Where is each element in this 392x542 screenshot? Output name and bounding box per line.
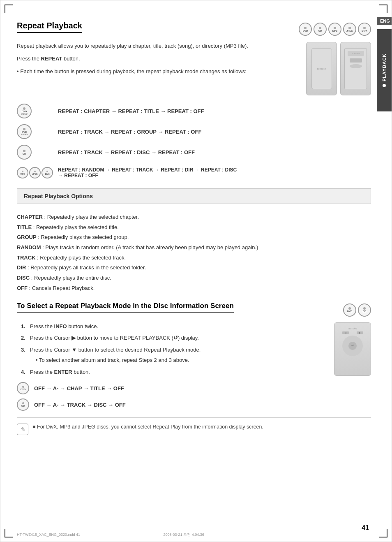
section2-dvd-icon: DVD: [343, 303, 356, 317]
corner-mark-bl: [5, 529, 13, 537]
step-1: 1. Press the INFO button twice.: [21, 322, 327, 331]
seq-text-0: OFF → A- → CHAP → TITLE → OFF: [34, 385, 124, 391]
step-3-bullet: To select another album and track, repea…: [30, 356, 327, 365]
intro-para: Repeat playback allows you to repeatedly…: [17, 42, 300, 51]
divx-icon: DivX: [358, 23, 371, 36]
note-text: ■ For DivX, MP3 and JPEG discs, you cann…: [32, 423, 263, 435]
page-wrapper: ENG PLAYBACK Repeat Playback DVD CD: [0, 0, 392, 542]
section2-body: 1. Press the INFO button twice. 2. Press…: [17, 322, 371, 382]
option-chapter: CHAPTER : Repeatedly plays the selected …: [17, 212, 371, 222]
option-title: TITLE : Repeatedly plays the selected ti…: [17, 222, 371, 233]
option-disc: DISC : Repeatedly plays the entire disc.: [17, 273, 371, 283]
repeat-bold: REPEAT: [41, 56, 62, 62]
playback-text: PLAYBACK: [382, 53, 387, 81]
note-box: ✎ ■ For DivX, MP3 and JPEG discs, you ca…: [17, 417, 371, 435]
corner-mark-tl: [5, 5, 13, 13]
divx-row-icon: DivX: [42, 167, 53, 178]
playback-label: PLAYBACK: [377, 29, 392, 111]
repeat-text-3: REPEAT : RANDOM → REPEAT : TRACK → REPEA…: [54, 167, 371, 178]
step-3-content: Press the Cursor ▼ button to select the …: [30, 346, 327, 365]
repeat-row-3: MP3 JPEG DivX REPEAT : RANDOM → REPEAT :…: [17, 165, 371, 180]
remote-sim-2: buttons: [340, 42, 371, 95]
jpeg-icon: JPEG: [343, 23, 356, 36]
repeat-text-1: REPEAT : TRACK → REPEAT : GROUP → REPEAT…: [54, 129, 371, 135]
repeat-row-1: DVD AUDIO REPEAT : TRACK → REPEAT : GROU…: [17, 124, 371, 139]
steps-block: 1. Press the INFO button twice. 2. Press…: [17, 322, 327, 382]
step-3: 3. Press the Cursor ▼ button to select t…: [21, 346, 327, 365]
step-2-num: 2.: [21, 334, 28, 343]
remote-sim-1: remote: [306, 42, 337, 95]
page-number: 41: [362, 524, 369, 532]
step-2-content: Press the Cursor ▶ button to move to REP…: [30, 334, 327, 343]
section2-header-area: To Select a Repeat Playback Mode in the …: [17, 302, 371, 318]
repeat-icon-group-0: DVD VIDEO: [17, 104, 54, 118]
dvd-icon: DVD: [299, 23, 312, 36]
remote-images-section1: remote buttons: [306, 42, 371, 95]
seq-row-0: DVD OFF → A- → CHAP → TITLE → OFF: [17, 382, 371, 394]
options-box-title: Repeat Playback Options: [24, 193, 93, 199]
option-group: GROUP : Repeatedly plays the selected gr…: [17, 232, 371, 243]
section2-remotes: remote ◀ ▶ ↵: [334, 322, 371, 377]
playback-dot: [383, 84, 386, 87]
section1-title: Repeat Playback: [17, 21, 82, 33]
section2-icons-row: DVD CD: [343, 303, 371, 317]
section1-icons-row: DVD CD MP3 JPEG DivX: [299, 23, 371, 36]
step-4: 4. Press the ENTER button.: [21, 368, 327, 377]
step-4-num: 4.: [21, 368, 28, 377]
option-off: OFF : Cancels Repeat Playback.: [17, 283, 371, 294]
seq-dvd-icon: DVD: [17, 382, 29, 394]
main-content: Repeat Playback DVD CD MP3 JPEG: [17, 13, 371, 435]
footer-left: HT-TWZ415_XAC_ENG_0320.indd 41 2008-03-2…: [17, 532, 204, 537]
seq-cd-icon: CD: [17, 398, 29, 411]
section2-remote-1: remote ◀ ▶ ↵: [334, 322, 371, 376]
options-box: Repeat Playback Options: [17, 188, 371, 204]
step-4-content: Press the ENTER button.: [30, 368, 327, 377]
intro-block: Repeat playback allows you to repeatedly…: [17, 42, 300, 80]
step-2: 2. Press the Cursor ▶ button to move to …: [21, 334, 327, 343]
bullet-para: • Each time the button is pressed during…: [17, 67, 300, 76]
dvd-video-icon: DVD VIDEO: [17, 104, 32, 118]
steps-list: 1. Press the INFO button twice. 2. Press…: [17, 322, 327, 377]
seq-text-1: OFF → A- → TRACK → DISC → OFF: [34, 402, 126, 408]
dvd-audio-icon: DVD AUDIO: [17, 124, 32, 139]
repeat-row-0: DVD VIDEO REPEAT : CHAPTER → REPEAT : TI…: [17, 104, 371, 118]
repeat-row-2: CD REPEAT : TRACK → REPEAT : DISC → REPE…: [17, 145, 371, 160]
repeat-icon-group-3: MP3 JPEG DivX: [17, 167, 54, 178]
seq-row-1: CD OFF → A- → TRACK → DISC → OFF: [17, 398, 371, 411]
option-track: TRACK : Repeatedly plays the selected tr…: [17, 253, 371, 263]
step-3-num: 3.: [21, 346, 28, 365]
step-1-content: Press the INFO button twice.: [30, 322, 327, 331]
repeat-text-0: REPEAT : CHAPTER → REPEAT : TITLE → REPE…: [54, 108, 371, 114]
section2-title: To Select a Repeat Playback Mode in the …: [17, 302, 234, 313]
repeat-icon-group-1: DVD AUDIO: [17, 124, 54, 139]
note-icon: ✎: [17, 424, 28, 435]
right-sidebar: ENG PLAYBACK: [377, 0, 392, 542]
cd-row-icon: CD: [17, 145, 32, 160]
step-1-num: 1.: [21, 322, 28, 331]
option-dir: DIR : Repeatedly plays all tracks in the…: [17, 263, 371, 273]
repeat-rows: DVD VIDEO REPEAT : CHAPTER → REPEAT : TI…: [17, 104, 371, 180]
mp3-icon: MP3: [328, 23, 341, 36]
repeat-text-2: REPEAT : TRACK → REPEAT : DISC → REPEAT …: [54, 149, 371, 155]
repeat-icon-group-2: CD: [17, 145, 54, 160]
jpeg-row-icon: JPEG: [29, 167, 41, 178]
eng-label: ENG: [377, 17, 392, 25]
mp3-row-icon: MP3: [17, 167, 28, 178]
press-text-para: Press the REPEAT button.: [17, 55, 300, 63]
option-random: RANDOM : Plays tracks in random order. (…: [17, 243, 371, 253]
section2-cd-icon: CD: [358, 303, 371, 317]
options-list: CHAPTER : Repeatedly plays the selected …: [17, 212, 371, 294]
seq-rows: DVD OFF → A- → CHAP → TITLE → OFF CD OFF…: [17, 382, 371, 411]
cd-icon: CD: [314, 23, 327, 36]
